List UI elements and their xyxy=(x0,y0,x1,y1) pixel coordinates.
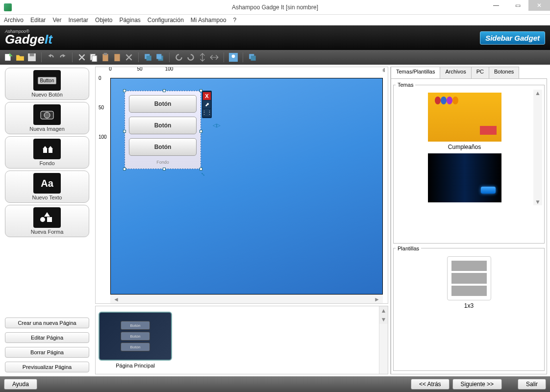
svg-rect-7 xyxy=(104,53,107,55)
editar-pagina-button[interactable]: Editar Página xyxy=(5,332,89,343)
tool-label: Nuevo Texto xyxy=(7,195,87,200)
svg-rect-8 xyxy=(114,54,120,61)
svg-marker-21 xyxy=(48,146,53,149)
page-thumb-principal[interactable]: Botón Botón Botón xyxy=(99,312,172,361)
fondo-label: Fondo xyxy=(129,160,197,165)
flip-h-icon[interactable] xyxy=(210,53,219,62)
bring-front-icon[interactable] xyxy=(144,53,152,62)
new-icon[interactable] xyxy=(4,53,13,62)
left-toolbox: Button Nuevo Botón Nueva Imagen Fondo Aa… xyxy=(0,65,93,376)
resize-h-icon[interactable]: ◁▷ xyxy=(213,122,221,128)
theme-dark[interactable] xyxy=(423,153,506,202)
menu-paginas[interactable]: Páginas xyxy=(119,17,140,24)
tab-pc[interactable]: PC xyxy=(471,67,489,78)
page-strip: Botón Botón Botón Página Principal ▲▼ xyxy=(95,306,388,374)
rotate-right-icon[interactable] xyxy=(186,53,195,62)
camera-icon xyxy=(33,104,61,125)
maximize-button[interactable]: ▭ xyxy=(507,0,528,11)
canvas-area[interactable]: Pixel 0 50 100 0 50 100 Botón Botón Botó… xyxy=(95,67,388,304)
svg-rect-20 xyxy=(43,149,47,153)
rotate-left-icon[interactable] xyxy=(175,53,183,62)
window-title: Ashampoo Gadge It [sin nombre] xyxy=(0,4,550,11)
gadget-button-2[interactable]: Botón xyxy=(129,117,197,134)
tab-archivos[interactable]: Archivos xyxy=(440,67,471,78)
svg-marker-1 xyxy=(9,53,13,56)
menubar: Archivo Editar Ver Insertar Objeto Págin… xyxy=(0,15,550,25)
previsualizar-pagina-button[interactable]: Previsualizar Página xyxy=(5,362,89,372)
right-panel: Temas/Plantillas Archivos PC Botones Tem… xyxy=(390,67,547,374)
canvas-scrollbar-h[interactable]: ◄► xyxy=(110,294,383,303)
drag-selection-icon[interactable]: ⋮⋮ xyxy=(203,109,211,117)
undo-icon[interactable] xyxy=(47,53,55,62)
selection-control-bar: X ⬈ ⋮⋮ xyxy=(202,91,212,118)
paste-icon[interactable] xyxy=(101,53,110,62)
menu-ver[interactable]: Ver xyxy=(52,17,61,24)
svg-rect-3 xyxy=(30,53,34,56)
svg-point-14 xyxy=(232,54,235,58)
theme-cumpleanos[interactable]: Cumpleaños xyxy=(423,93,506,150)
paste2-icon[interactable] xyxy=(113,53,122,62)
tab-botones[interactable]: Botones xyxy=(489,67,519,78)
menu-miashampoo[interactable]: Mi Ashampoo xyxy=(191,17,226,24)
ayuda-button[interactable]: Ayuda xyxy=(4,379,37,390)
footer-bar: Ayuda << Atrás Siguiente >> Salir xyxy=(0,376,550,392)
open-icon[interactable] xyxy=(16,53,25,62)
tool-fondo[interactable]: Fondo xyxy=(5,136,89,169)
svg-rect-16 xyxy=(251,56,256,61)
flip-v-icon[interactable] xyxy=(198,53,207,62)
temas-scrollbar[interactable]: ▲▼ xyxy=(533,90,542,205)
template-label: 1x3 xyxy=(427,302,511,309)
temas-group: Temas Cumpleaños xyxy=(393,82,545,244)
brand-suffix: It xyxy=(45,32,52,47)
svg-rect-10 xyxy=(147,56,151,61)
tool-nuevo-boton[interactable]: Button Nuevo Botón xyxy=(5,68,89,100)
template-1x3[interactable]: 1x3 xyxy=(427,256,511,309)
menu-configuracion[interactable]: Configuración xyxy=(148,17,184,24)
svg-rect-5 xyxy=(92,56,97,62)
ruler-horizontal: 0 50 100 xyxy=(110,67,383,78)
menu-editar[interactable]: Editar xyxy=(30,17,46,24)
close-button[interactable]: ✕ xyxy=(528,0,550,11)
atras-button[interactable]: << Atrás xyxy=(411,379,450,390)
crear-pagina-button[interactable]: Crear una nueva Página xyxy=(5,318,89,328)
tool-nueva-forma[interactable]: Nueva Forma xyxy=(5,205,89,237)
menu-help[interactable]: ? xyxy=(233,17,237,24)
siguiente-button[interactable]: Siguiente >> xyxy=(452,379,502,390)
sidebar-gadget-badge: Sidebar Gadget xyxy=(480,31,545,45)
pagestrip-scrollbar[interactable]: ▲▼ xyxy=(379,306,388,374)
copy-icon[interactable] xyxy=(89,53,98,62)
redo-icon[interactable] xyxy=(58,53,67,62)
tool-label: Nueva Imagen xyxy=(7,126,87,132)
gadget-button-3[interactable]: Botón xyxy=(129,138,197,156)
salir-button[interactable]: Salir xyxy=(518,379,546,390)
plantillas-legend: Plantillas xyxy=(396,245,421,251)
temas-legend: Temas xyxy=(396,82,415,88)
resize-corner-icon[interactable]: ⤡ xyxy=(201,172,205,177)
brand-logo: Ashampoo® GadgeIt xyxy=(5,29,52,47)
borrar-pagina-button[interactable]: Borrar Página xyxy=(5,347,89,358)
layers-icon[interactable] xyxy=(248,53,257,62)
selected-gadget[interactable]: Botón Botón Botón Fondo xyxy=(125,91,201,169)
tool-label: Nueva Forma xyxy=(7,229,87,235)
delete-icon[interactable] xyxy=(125,53,133,62)
save-icon[interactable] xyxy=(27,53,36,62)
tool-nuevo-texto[interactable]: Aa Nuevo Texto xyxy=(5,171,89,203)
svg-rect-22 xyxy=(49,149,52,153)
gadget-button-1[interactable]: Botón xyxy=(129,95,197,113)
menu-insertar[interactable]: Insertar xyxy=(68,17,88,24)
tool-label: Fondo xyxy=(7,160,87,166)
close-selection-icon[interactable]: X xyxy=(203,92,211,100)
tool-nueva-imagen[interactable]: Nueva Imagen xyxy=(5,102,89,134)
tab-temas-plantillas[interactable]: Temas/Plantillas xyxy=(391,67,440,78)
svg-marker-19 xyxy=(43,146,48,149)
theme-label: Cumpleaños xyxy=(423,144,506,150)
expand-selection-icon[interactable]: ⬈ xyxy=(203,100,211,108)
send-back-icon[interactable] xyxy=(155,53,164,62)
text-icon: Aa xyxy=(33,173,61,194)
minimize-button[interactable]: — xyxy=(485,0,507,11)
menu-archivo[interactable]: Archivo xyxy=(4,17,24,24)
menu-objeto[interactable]: Objeto xyxy=(95,17,112,24)
canvas-stage[interactable]: Botón Botón Botón Fondo X ⬈ ⋮⋮ ◁▷ ⤡ xyxy=(110,78,383,294)
cut-icon[interactable] xyxy=(77,53,86,62)
user-icon[interactable] xyxy=(229,53,238,62)
